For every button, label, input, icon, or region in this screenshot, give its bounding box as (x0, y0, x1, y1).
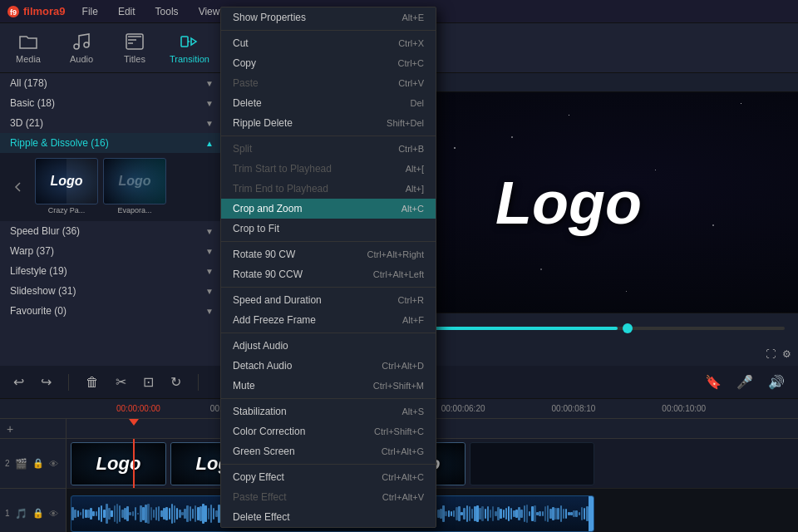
filmora-icon: f9 (7, 5, 20, 18)
ctx-freeze-frame[interactable]: Add Freeze Frame Alt+F (221, 310, 436, 330)
ctx-copy-effect[interactable]: Copy Effect Ctrl+Alt+C (221, 467, 436, 487)
ctx-paste-effect-label: Paste Effect (233, 491, 286, 503)
toolbar-transition-label: Transition (170, 54, 209, 64)
rotate-button[interactable]: ↻ (167, 371, 185, 393)
category-lifestyle[interactable]: Lifestyle (19) ▼ (0, 261, 224, 281)
chevron-favourite-icon: ▼ (205, 307, 214, 316)
svg-point-2 (74, 44, 79, 49)
toolbar-media-label: Media (16, 54, 41, 64)
ctx-cut[interactable]: Cut Ctrl+X (221, 33, 436, 53)
ctx-detach-audio[interactable]: Detach Audio Ctrl+Alt+D (221, 356, 436, 376)
ctx-color-correction-label: Color Correction (233, 426, 305, 437)
ctx-rotate-ccw[interactable]: Rotate 90 CCW Ctrl+Alt+Left (221, 264, 436, 284)
category-speedblur[interactable]: Speed Blur (36) ▼ (0, 221, 224, 241)
thumb-crazy-label: Crazy Pa... (35, 204, 98, 216)
ctx-trim-end-label: Trim End to Playhead (233, 183, 328, 195)
toolbar-audio-label: Audio (70, 54, 93, 64)
video-track-icon: 🎬 (15, 458, 27, 470)
timeline-header-controls: + (0, 419, 66, 439)
star (454, 147, 456, 149)
thumb-evapora[interactable]: Logo Evapora... (103, 158, 166, 216)
ctx-paste: Paste Ctrl+V (221, 73, 436, 93)
cat-lifestyle-name: Lifestyle (19) (10, 265, 67, 277)
chevron-lifestyle-icon: ▼ (205, 267, 214, 276)
video-clip-1[interactable]: Logo (71, 442, 166, 485)
redo-button[interactable]: ↪ (37, 371, 55, 393)
ctx-stabilization[interactable]: Stabilization Alt+S (221, 401, 436, 421)
undo-button[interactable]: ↩ (10, 371, 27, 393)
chevron-ripple-icon: ▲ (205, 139, 214, 148)
crop-button[interactable]: ⊡ (140, 371, 157, 393)
ctx-rotate-ccw-shortcut: Ctrl+Alt+Left (373, 269, 424, 279)
ctx-crop-fit-label: Crop to Fit (233, 223, 279, 234)
ctx-delete[interactable]: Delete Del (221, 93, 436, 113)
ctx-crop-zoom[interactable]: Crop and Zoom Alt+C (221, 199, 436, 219)
track-1-num: 1 (5, 509, 10, 518)
svg-text:f9: f9 (10, 8, 17, 17)
ctx-rotate-cw[interactable]: Rotate 90 CW Ctrl+Alt+Right (221, 244, 436, 264)
star (712, 224, 714, 226)
ctx-speed-duration[interactable]: Speed and Duration Ctrl+R (221, 290, 436, 310)
delete-clip-button[interactable]: 🗑 (82, 372, 102, 393)
ctx-crop-fit[interactable]: Crop to Fit (221, 219, 436, 239)
ctx-rotate-cw-label: Rotate 90 CW (233, 249, 295, 260)
ctx-freeze-frame-label: Add Freeze Frame (233, 314, 316, 326)
chevron-3d-icon: ▼ (205, 119, 214, 128)
audio-clip-handle[interactable] (589, 496, 594, 531)
svg-rect-5 (181, 37, 188, 47)
ctx-mute[interactable]: Mute Ctrl+Shift+M (221, 376, 436, 396)
category-all[interactable]: All (178) ▼ (0, 73, 224, 93)
ctx-show-properties[interactable]: Show Properties Alt+E (221, 7, 436, 27)
toolbar-audio[interactable]: Audio (63, 32, 100, 64)
ctx-ripple-delete[interactable]: Ripple Delete Shift+Del (221, 113, 436, 133)
ctx-copy[interactable]: Copy Ctrl+C (221, 53, 436, 73)
category-favourite[interactable]: Favourite (0) ▼ (0, 301, 224, 321)
track-lock-icon[interactable]: 🔒 (32, 508, 44, 519)
bookmark-button[interactable]: 🔖 (702, 371, 725, 393)
menu-edit[interactable]: Edit (115, 4, 139, 19)
ctx-stabilization-label: Stabilization (233, 406, 287, 417)
chevron-speedblur-icon: ▼ (205, 227, 214, 236)
speaker-button[interactable]: 🔊 (765, 371, 788, 393)
ctx-show-properties-label: Show Properties (233, 12, 306, 23)
ctx-adjust-audio[interactable]: Adjust Audio (221, 336, 436, 356)
progress-handle[interactable] (623, 323, 633, 333)
menu-view[interactable]: View (195, 4, 224, 19)
playhead (133, 439, 135, 488)
toolbar-separator-2 (198, 374, 199, 391)
ctx-trim-start: Trim Start to Playhead Alt+[ (221, 159, 436, 179)
menu-tools[interactable]: Tools (152, 4, 182, 19)
music-icon (71, 32, 91, 52)
settings-icon[interactable]: ⚙ (782, 348, 791, 360)
ctx-color-correction[interactable]: Color Correction Ctrl+Shift+C (221, 421, 436, 441)
star (741, 103, 741, 104)
ctx-delete-effect[interactable]: Delete Effect (221, 507, 436, 527)
star (540, 268, 542, 270)
category-3d[interactable]: 3D (21) ▼ (0, 113, 224, 133)
add-track-icon[interactable]: + (7, 422, 13, 436)
category-basic[interactable]: Basic (18) ▼ (0, 93, 224, 113)
ctx-ripple-delete-shortcut: Shift+Del (387, 118, 424, 128)
clip-1-inner: Logo (71, 443, 165, 485)
context-menu: Show Properties Alt+E Cut Ctrl+X Copy Ct… (220, 7, 436, 528)
toolbar-titles[interactable]: Titles (116, 32, 153, 64)
back-arrow-btn[interactable] (7, 158, 30, 216)
track-eye-icon[interactable]: 👁 (49, 509, 58, 519)
menu-file[interactable]: File (79, 4, 101, 19)
dark-clip[interactable] (470, 442, 594, 485)
ctx-green-screen[interactable]: Green Screen Ctrl+Alt+G (221, 441, 436, 461)
preview-logo-text: Logo (495, 169, 642, 237)
fullscreen-icon[interactable]: ⛶ (766, 348, 776, 360)
category-slideshow[interactable]: Slideshow (31) ▼ (0, 281, 224, 301)
category-ripple[interactable]: Ripple & Dissolve (16) ▲ (0, 133, 224, 153)
eye-icon[interactable]: 👁 (49, 459, 58, 469)
thumb-crazy-pa[interactable]: Logo Crazy Pa... (35, 158, 98, 216)
toolbar-transition[interactable]: Transition (170, 32, 209, 64)
category-warp[interactable]: Warp (37) ▼ (0, 241, 224, 261)
ctx-mute-shortcut: Ctrl+Shift+M (373, 381, 424, 391)
ctx-delete-shortcut: Del (410, 98, 424, 108)
cut-clip-button[interactable]: ✂ (112, 371, 130, 393)
toolbar-media[interactable]: Media (10, 32, 47, 64)
lock-icon[interactable]: 🔒 (32, 458, 44, 469)
mic-button[interactable]: 🎤 (733, 371, 756, 393)
